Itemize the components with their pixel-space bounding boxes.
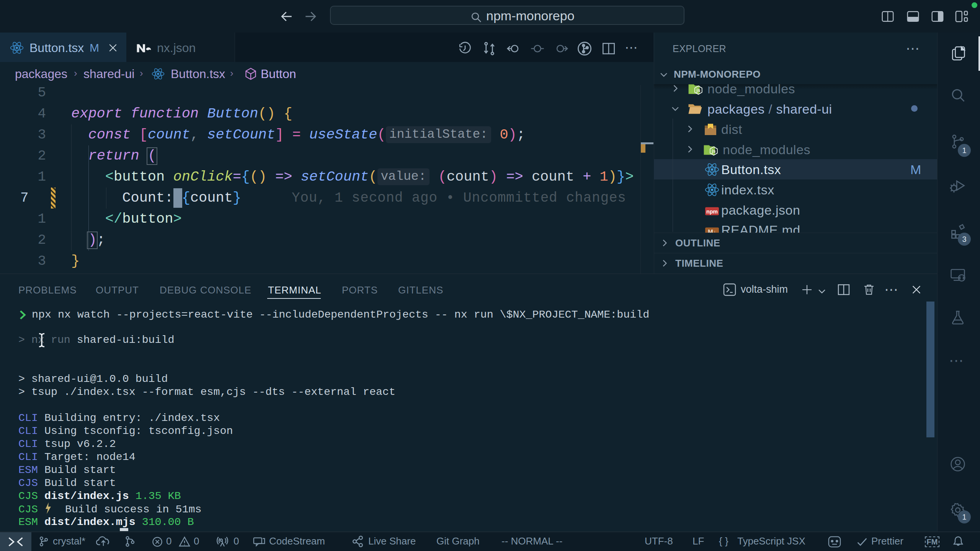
- svg-text:js: js: [711, 148, 715, 154]
- svg-text:M↓: M↓: [708, 228, 716, 233]
- svg-text:npm: npm: [706, 209, 718, 215]
- svg-text:js: js: [696, 88, 700, 93]
